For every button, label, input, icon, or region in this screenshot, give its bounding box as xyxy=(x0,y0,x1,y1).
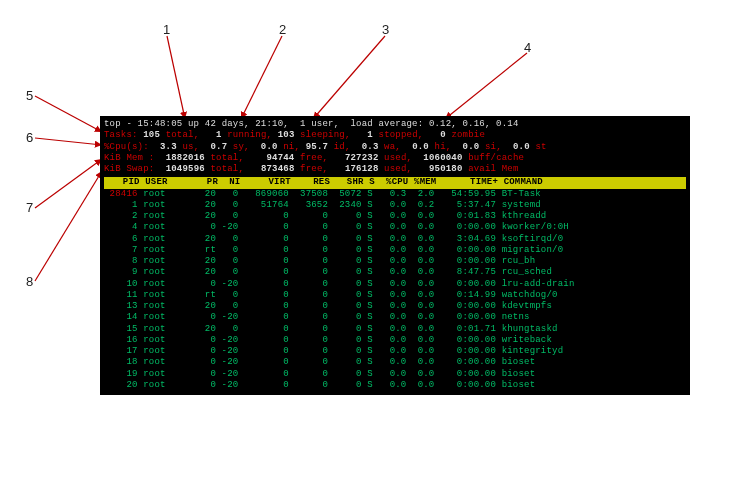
process-row: 14 root 0 -20 0 0 0 S 0.0 0.0 0:00.00 ne… xyxy=(104,312,686,323)
annotation-3: 3 xyxy=(382,22,389,37)
process-row: 2 root 20 0 0 0 0 S 0.0 0.0 0:01.83 kthr… xyxy=(104,211,686,222)
svg-line-5 xyxy=(35,138,102,145)
process-row: 20 root 0 -20 0 0 0 S 0.0 0.0 0:00.00 bi… xyxy=(104,380,686,391)
annotation-5: 5 xyxy=(26,88,33,103)
process-row: 7 root rt 0 0 0 0 S 0.0 0.0 0:00.00 migr… xyxy=(104,245,686,256)
process-row: 13 root 20 0 0 0 0 S 0.0 0.0 0:00.00 kde… xyxy=(104,301,686,312)
svg-line-6 xyxy=(35,159,102,208)
top-mem-line: KiB Mem : 1882016 total, 94744 free, 727… xyxy=(104,153,686,164)
annotation-1: 1 xyxy=(163,22,170,37)
top-cpu-line: %Cpu(s): 3.3 us, 0.7 sy, 0.0 ni, 95.7 id… xyxy=(104,142,686,153)
annotation-6: 6 xyxy=(26,130,33,145)
svg-line-3 xyxy=(445,53,527,119)
process-row: 6 root 20 0 0 0 0 S 0.0 0.0 3:04.69 ksof… xyxy=(104,234,686,245)
process-row: 1 root 20 0 51764 3652 2340 S 0.0 0.2 5:… xyxy=(104,200,686,211)
terminal-window[interactable]: top - 15:48:05 up 42 days, 21:10, 1 user… xyxy=(100,116,690,395)
annotation-8: 8 xyxy=(26,274,33,289)
process-row: 17 root 0 -20 0 0 0 S 0.0 0.0 0:00.00 ki… xyxy=(104,346,686,357)
top-uptime-line: top - 15:48:05 up 42 days, 21:10, 1 user… xyxy=(104,119,686,130)
process-row: 8 root 20 0 0 0 0 S 0.0 0.0 0:00.00 rcu_… xyxy=(104,256,686,267)
process-row: 19 root 0 -20 0 0 0 S 0.0 0.0 0:00.00 bi… xyxy=(104,369,686,380)
process-table-body: 28416 root 20 0 869060 37508 5072 S 0.3 … xyxy=(104,189,686,392)
process-row: 11 root rt 0 0 0 0 S 0.0 0.0 0:14.99 wat… xyxy=(104,290,686,301)
annotation-2: 2 xyxy=(279,22,286,37)
svg-line-0 xyxy=(167,36,185,119)
process-row: 16 root 0 -20 0 0 0 S 0.0 0.0 0:00.00 wr… xyxy=(104,335,686,346)
svg-line-4 xyxy=(35,96,102,132)
process-row: 9 root 20 0 0 0 0 S 0.0 0.0 8:47.75 rcu_… xyxy=(104,267,686,278)
svg-line-1 xyxy=(241,36,282,119)
process-row: 15 root 20 0 0 0 0 S 0.0 0.0 0:01.71 khu… xyxy=(104,324,686,335)
annotation-7: 7 xyxy=(26,200,33,215)
top-tasks-line: Tasks: 105 total, 1 running, 103 sleepin… xyxy=(104,130,686,141)
process-row: 4 root 0 -20 0 0 0 S 0.0 0.0 0:00.00 kwo… xyxy=(104,222,686,233)
svg-line-2 xyxy=(313,36,385,119)
process-row: 10 root 0 -20 0 0 0 S 0.0 0.0 0:00.00 lr… xyxy=(104,279,686,290)
process-row: 28416 root 20 0 869060 37508 5072 S 0.3 … xyxy=(104,189,686,200)
process-row: 18 root 0 -20 0 0 0 S 0.0 0.0 0:00.00 bi… xyxy=(104,357,686,368)
process-table-header: PID USER PR NI VIRT RES SHR S %CPU %MEM … xyxy=(104,177,686,188)
top-swap-line: KiB Swap: 1049596 total, 873468 free, 17… xyxy=(104,164,686,175)
annotation-4: 4 xyxy=(524,40,531,55)
svg-line-7 xyxy=(35,171,102,281)
